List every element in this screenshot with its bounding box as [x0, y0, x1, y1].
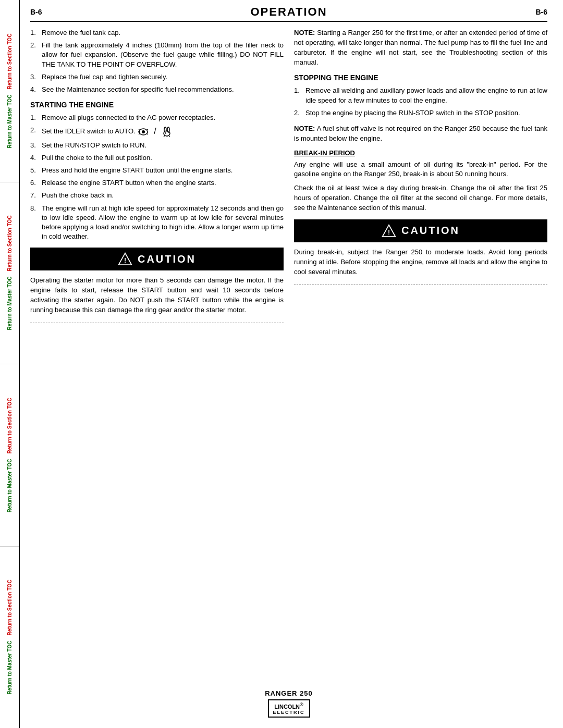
- svg-line-4: [146, 129, 148, 130]
- list-num: 4.: [30, 153, 42, 163]
- list-item: 1. Remove all welding and auxiliary powe…: [294, 86, 547, 105]
- list-item: 4. Pull the choke to the full out positi…: [30, 153, 284, 163]
- return-master-toc-4[interactable]: Return to Master TOC: [7, 641, 13, 695]
- lincoln-brand: LINCOLN®: [274, 704, 303, 710]
- dashed-divider-right: [294, 284, 547, 285]
- idler-icons: /: [137, 126, 173, 137]
- page-header: B-6 OPERATION B-6: [30, 5, 547, 22]
- sidebar-pair-1: Return to Master TOC Return to Section T…: [7, 33, 13, 148]
- list-item: 1. Remove all plugs connected to the AC …: [30, 113, 284, 122]
- return-master-toc-3[interactable]: Return to Master TOC: [7, 459, 13, 512]
- list-content: Fill the tank approximately 4 inches (10…: [42, 41, 284, 69]
- list-num: 1.: [294, 86, 305, 105]
- list-num: 6.: [30, 178, 42, 188]
- lincoln-logo: LINCOLN® ELECTRIC: [268, 699, 310, 718]
- svg-point-1: [142, 130, 145, 133]
- idler-separator: /: [154, 126, 156, 137]
- dashed-divider-left: [30, 323, 284, 323]
- svg-point-10: [165, 133, 166, 134]
- list-item: 1. Remove the fuel tank cap.: [30, 28, 284, 38]
- starting-list: 1. Remove all plugs connected to the AC …: [30, 113, 284, 241]
- list-num: 4.: [30, 85, 42, 94]
- left-column: 1. Remove the fuel tank cap. 2. Fill the…: [30, 28, 284, 679]
- list-item: 4. See the Maintenance section for speci…: [30, 85, 284, 94]
- sidebar: Return to Master TOC Return to Section T…: [0, 0, 20, 728]
- list-item: 2. Stop the engine by placing the RUN-ST…: [294, 108, 547, 118]
- note2-bold: NOTE:: [294, 125, 315, 132]
- main-content: B-6 OPERATION B-6 1. Remove the fuel tan…: [20, 0, 563, 728]
- list-content: Stop the engine by placing the RUN-STOP …: [305, 108, 547, 118]
- turtle-icon: [137, 127, 150, 137]
- sidebar-pair-3: Return to Master TOC Return to Section T…: [7, 398, 13, 512]
- list-content: Set the IDLER switch to AUTO.: [42, 126, 284, 137]
- note-bold: NOTE:: [294, 29, 315, 36]
- caution-triangle-icon-right: !: [382, 224, 396, 238]
- caution-box-left: ! CAUTION: [30, 248, 284, 270]
- list-num: 2.: [294, 108, 305, 118]
- list-num: 8.: [30, 204, 42, 242]
- list-content: Replace the fuel cap and tighten securel…: [42, 72, 284, 82]
- return-section-toc-1[interactable]: Return to Section TOC: [7, 33, 13, 89]
- two-column-layout: 1. Remove the fuel tank cap. 2. Fill the…: [30, 28, 547, 679]
- list-content: The engine will run at high idle speed f…: [42, 204, 284, 242]
- list-item: 3. Set the RUN/STOP switch to RUN.: [30, 141, 284, 150]
- list-content: Remove the fuel tank cap.: [42, 28, 284, 38]
- svg-line-2: [139, 129, 140, 130]
- list-item: 3. Replace the fuel cap and tighten secu…: [30, 72, 284, 82]
- page-number-left: B-6: [30, 8, 42, 16]
- list-content: Remove all welding and auxiliary power l…: [305, 86, 547, 105]
- list-content: Push the choke back in.: [42, 191, 284, 200]
- page-footer: RANGER 250 LINCOLN® ELECTRIC: [30, 679, 547, 718]
- caution-body-right: During break-in, subject the Ranger 250 …: [294, 248, 547, 277]
- svg-line-13: [169, 135, 170, 137]
- return-master-toc-2[interactable]: Return to Master TOC: [7, 277, 13, 330]
- rabbit-icon: [161, 127, 173, 137]
- return-section-toc-4[interactable]: Return to Section TOC: [7, 580, 13, 636]
- caution-label-left: CAUTION: [138, 253, 196, 265]
- stopping-list: 1. Remove all welding and auxiliary powe…: [294, 86, 547, 118]
- list-num: 2.: [30, 126, 42, 137]
- lincoln-sub: ELECTRIC: [273, 710, 305, 715]
- list-item: 7. Push the choke back in.: [30, 191, 284, 200]
- list-num: 1.: [30, 28, 42, 38]
- svg-line-5: [146, 133, 148, 134]
- break-in-para1: Any engine will use a small amount of oi…: [294, 160, 547, 180]
- svg-text:!: !: [124, 257, 126, 264]
- list-content: Pull the choke to the full out position.: [42, 153, 284, 163]
- page-wrapper: Return to Master TOC Return to Section T…: [0, 0, 563, 728]
- break-in-para2: Check the oil at least twice a day durin…: [294, 183, 547, 213]
- caution-label-right: CAUTION: [401, 225, 460, 237]
- list-content: Release the engine START button when the…: [42, 178, 284, 188]
- caution-body-left: Operating the starter motor for more tha…: [30, 276, 284, 315]
- list-content: Press and hold the engine START button u…: [42, 166, 284, 175]
- list-num: 7.: [30, 191, 42, 200]
- footer-model: RANGER 250: [30, 689, 547, 697]
- starting-engine-heading: STARTING THE ENGINE: [30, 101, 284, 109]
- return-section-toc-3[interactable]: Return to Section TOC: [7, 398, 13, 453]
- break-in-heading: BREAK-IN PERIOD: [294, 149, 547, 157]
- list-item: 5. Press and hold the engine START butto…: [30, 166, 284, 175]
- list-num: 1.: [30, 113, 42, 122]
- list-num: 2.: [30, 41, 42, 69]
- list-num: 5.: [30, 166, 42, 175]
- sidebar-section-3: Return to Master TOC Return to Section T…: [0, 364, 19, 547]
- svg-text:!: !: [388, 229, 390, 236]
- note2-text-right: NOTE: A fuel shut off valve is not requi…: [294, 124, 547, 144]
- svg-line-11: [164, 135, 165, 137]
- page-number-right: B-6: [535, 8, 547, 16]
- return-section-toc-2[interactable]: Return to Section TOC: [7, 216, 13, 272]
- svg-line-3: [139, 133, 140, 134]
- caution-triangle-icon: !: [118, 252, 132, 266]
- list-item: 6. Release the engine START button when …: [30, 178, 284, 188]
- note-text-right: NOTE: Starting a Ranger 250 for the firs…: [294, 28, 547, 67]
- stopping-engine-heading: STOPPING THE ENGINE: [294, 73, 547, 82]
- list-content: See the Maintenance section for specific…: [42, 85, 284, 94]
- sidebar-pair-2: Return to Master TOC Return to Section T…: [7, 216, 13, 330]
- sidebar-section-4: Return to Master TOC Return to Section T…: [0, 547, 19, 729]
- list-content: Remove all plugs connected to the AC pow…: [42, 113, 284, 122]
- reg-symbol: ®: [300, 702, 303, 707]
- return-master-toc-1[interactable]: Return to Master TOC: [7, 94, 13, 148]
- list-content: Set the RUN/STOP switch to RUN.: [42, 141, 284, 150]
- page-title: OPERATION: [42, 5, 536, 19]
- right-column: NOTE: Starting a Ranger 250 for the firs…: [294, 28, 547, 679]
